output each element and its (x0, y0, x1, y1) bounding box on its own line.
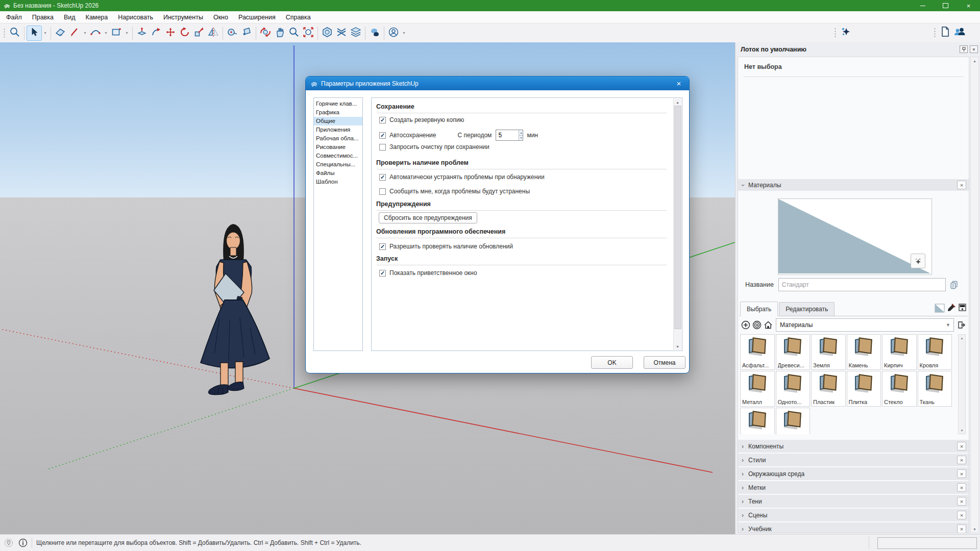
material-folder[interactable]: Кровля (918, 334, 952, 370)
checkbox-checked-icon[interactable]: ✓ (379, 270, 386, 277)
nav-applications[interactable]: Приложения (314, 126, 362, 134)
materials-collection-dropdown[interactable]: Материалы ▼ (776, 318, 954, 332)
material-folder[interactable]: Кирпич (882, 334, 917, 370)
move-button[interactable] (163, 26, 178, 40)
dialog-scrollbar[interactable]: ▲ ▼ (673, 98, 681, 350)
new-document-button[interactable] (938, 26, 952, 40)
account-dropdown[interactable]: ▾ (401, 26, 407, 40)
section-close-button[interactable]: × (957, 442, 966, 450)
close-button[interactable]: × (957, 0, 980, 11)
nav-accessibility[interactable]: Специальны... (314, 160, 362, 169)
material-folder[interactable]: Пластик (811, 371, 846, 407)
ai-assistant-button[interactable] (839, 26, 853, 40)
tab-edit[interactable]: Редактировать (779, 302, 835, 316)
checkbox-unchecked-icon[interactable]: ✓ (379, 144, 386, 151)
section-close-button[interactable]: × (957, 469, 966, 478)
menu-draw[interactable]: Нарисовать (113, 11, 158, 23)
in-model-icon[interactable] (763, 319, 774, 331)
toolbar-grip[interactable] (3, 28, 6, 39)
scroll-down-icon[interactable]: ▼ (674, 343, 681, 350)
sample-paint-icon[interactable] (957, 303, 968, 314)
stepper-down-icon[interactable]: ▼ (519, 136, 523, 141)
geolocation-icon[interactable] (3, 537, 14, 548)
scroll-up-icon[interactable]: ▲ (674, 98, 681, 106)
scrollbar-thumb[interactable] (674, 106, 681, 329)
select-tool-button[interactable] (27, 26, 42, 41)
section-close-button[interactable]: × (957, 524, 966, 533)
tray-pin-button[interactable] (960, 45, 968, 53)
nav-template[interactable]: Шаблон (314, 178, 362, 186)
flip-button[interactable] (206, 26, 220, 40)
section-close-button[interactable]: × (957, 511, 966, 519)
section-instructor[interactable]: ›Учебник× (738, 522, 969, 533)
cancel-button[interactable]: Отмена (644, 356, 685, 369)
scroll-down-icon[interactable]: ▼ (959, 427, 965, 434)
material-swatch-icon[interactable] (934, 303, 945, 314)
material-folder[interactable]: Одното... (776, 371, 811, 407)
pan-button[interactable] (273, 26, 287, 40)
section-close-button[interactable]: × (957, 483, 966, 492)
nav-files[interactable]: Файлы (314, 169, 362, 178)
tray-scrollbar[interactable]: ▲ ▼ (970, 57, 979, 533)
checkbox-checked-icon[interactable]: ✓ (379, 243, 386, 250)
material-folder[interactable] (776, 408, 811, 434)
zoom-extents-button[interactable] (301, 26, 315, 40)
nav-shortcuts[interactable]: Горячие клав... (314, 99, 362, 108)
reset-warnings-button[interactable]: Сбросить все предупреждения (379, 212, 477, 223)
line-tool-button[interactable] (67, 26, 82, 40)
search-button[interactable] (8, 26, 22, 40)
materials-section-header[interactable]: › Материалы × (738, 179, 969, 191)
minimize-button[interactable] (911, 0, 934, 11)
autosave-period-input[interactable] (496, 130, 519, 140)
nav-general[interactable]: Общие (314, 117, 362, 126)
prompt-purge-row[interactable]: ✓ Запросить очистку при сохранении (379, 143, 489, 151)
rectangle-tool-dropdown[interactable]: ▾ (124, 26, 130, 40)
soften-edges-button[interactable] (368, 26, 382, 40)
zoom-button[interactable] (287, 26, 301, 40)
section-environment[interactable]: ›Окружающая среда× (738, 467, 969, 480)
material-folder[interactable]: Асфальт... (740, 334, 775, 370)
info-icon[interactable] (17, 537, 29, 548)
scale-button[interactable] (192, 26, 206, 40)
eraser-button[interactable] (53, 26, 67, 40)
checkbox-checked-icon[interactable]: ✓ (379, 174, 386, 181)
push-pull-button[interactable] (135, 26, 149, 40)
arc-tool-dropdown[interactable]: ▾ (103, 26, 109, 40)
notify-fixed-row[interactable]: ✓ Сообщить мне, когда проблемы будут уст… (379, 188, 530, 195)
maximize-button[interactable] (934, 0, 957, 11)
styles-button[interactable] (320, 26, 334, 40)
nav-graphics[interactable]: Графика (314, 108, 362, 117)
fog-button[interactable] (334, 26, 349, 40)
dialog-close-button[interactable]: × (669, 77, 689, 90)
section-styles[interactable]: ›Стили× (738, 454, 969, 466)
material-folder[interactable]: Ткань (918, 371, 952, 407)
orbit-button[interactable] (258, 26, 273, 40)
menu-tools[interactable]: Инструменты (158, 11, 208, 23)
menu-window[interactable]: Окно (208, 11, 233, 23)
check-updates-row[interactable]: ✓ Разрешить проверять наличие обновлений (379, 243, 513, 250)
menu-view[interactable]: Вид (59, 11, 81, 23)
nav-drawing[interactable]: Рисование (314, 143, 362, 152)
material-folder[interactable]: Плитка (847, 371, 881, 407)
toolbar-grip[interactable] (834, 27, 837, 38)
create-backup-row[interactable]: ✓ Создать резервную копию (379, 116, 464, 123)
measurements-input[interactable] (877, 537, 977, 549)
duplicate-material-icon[interactable] (950, 281, 959, 289)
menu-help[interactable]: Справка (281, 11, 316, 23)
create-material-icon[interactable] (740, 319, 751, 331)
ok-button[interactable]: OK (591, 356, 633, 369)
nav-workspace[interactable]: Рабочая обла... (314, 134, 362, 143)
section-shadows[interactable]: ›Тени× (738, 495, 969, 508)
autosave-row[interactable]: ✓ Автосохранение С периодом ▲▼ мин (379, 130, 538, 141)
rectangle-tool-button[interactable] (109, 26, 124, 40)
section-components[interactable]: ›Компоненты× (738, 440, 969, 453)
material-folder[interactable]: Стекло (882, 371, 917, 407)
menu-edit[interactable]: Правка (27, 11, 59, 23)
material-ai-button[interactable] (911, 254, 925, 268)
materials-grid-scrollbar[interactable]: ▲ ▼ (958, 334, 966, 434)
layers-button[interactable] (349, 26, 363, 40)
default-material-icon[interactable] (751, 319, 763, 331)
tray-close-button[interactable]: × (970, 45, 978, 53)
material-folder[interactable] (740, 408, 775, 434)
line-tool-dropdown[interactable]: ▾ (82, 26, 88, 40)
